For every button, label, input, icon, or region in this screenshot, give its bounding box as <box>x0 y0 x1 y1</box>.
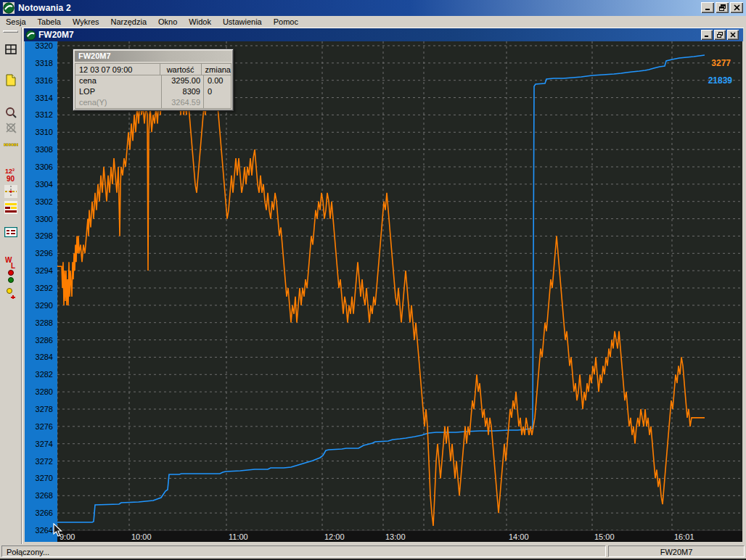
price-tick-label: 3274 <box>27 440 53 448</box>
info-panel: FW20M7 12 03 07 09:00 wartość zmiana cen… <box>73 49 234 111</box>
zoom-in-icon[interactable] <box>3 105 19 120</box>
measure-line-icon[interactable] <box>3 138 19 152</box>
tile-windows-icon[interactable] <box>3 42 19 57</box>
lop-line <box>57 55 705 522</box>
price-tick-label: 3318 <box>27 59 53 67</box>
price-tick-label: 3272 <box>27 457 53 466</box>
price-axis: 3320331833163314331233103308330633043302… <box>25 41 57 542</box>
new-chart-icon[interactable] <box>3 73 19 87</box>
info-row-lop-value: 8309 <box>161 86 203 97</box>
price-tick-label: 3286 <box>27 336 53 345</box>
price-tick-label: 3292 <box>27 284 53 292</box>
session-dots-icon[interactable] <box>3 270 19 284</box>
active-symbol-status: FW20M7 <box>608 545 745 557</box>
restore-button[interactable] <box>716 2 729 13</box>
menu-sesja[interactable]: Sesja <box>0 16 32 28</box>
app-globe-icon <box>3 2 15 14</box>
status-bar: Połączony... FW20M7 <box>0 544 746 559</box>
price-tick-label: 3288 <box>27 318 53 327</box>
info-col-change: zmiana <box>201 64 231 75</box>
toolbar-drag-handle[interactable] <box>3 30 18 33</box>
menu-pomoc[interactable]: Pomoc <box>268 16 304 28</box>
connection-status: Połączony... <box>1 545 606 557</box>
zoom-cancel-icon[interactable] <box>3 120 19 135</box>
last-price-label: 3277 <box>711 59 731 68</box>
menu-ustawienia[interactable]: Ustawienia <box>217 16 268 28</box>
price-tick-label: 3302 <box>27 197 53 206</box>
crosshair-icon[interactable] <box>3 184 19 199</box>
left-toolbar: 12³90 WL <box>0 28 22 544</box>
menu-tabela[interactable]: Tabela <box>32 16 67 28</box>
price-tick-label: 3320 <box>27 41 53 50</box>
info-timestamp: 12 03 07 09:00 <box>75 64 160 75</box>
info-row-lop-change: 0 <box>203 86 231 97</box>
info-row-cenay-label: cena(Y) <box>75 97 161 108</box>
last-lop-label: 21839 <box>708 76 732 86</box>
add-point-icon[interactable] <box>3 286 19 300</box>
chart-window-title: FW20M7 <box>38 30 74 40</box>
price-tick-label: 3304 <box>27 180 53 189</box>
minimize-button[interactable] <box>701 2 714 13</box>
price-tick-label: 3280 <box>27 387 53 396</box>
data-table-icon[interactable] <box>3 225 19 239</box>
child-minimize-button[interactable] <box>701 30 713 40</box>
price-tick-label: 3276 <box>27 422 53 431</box>
time-tick-label: 13:00 <box>385 532 406 541</box>
price-tick-label: 3282 <box>27 370 53 379</box>
info-row-cena-label: cena <box>75 75 161 86</box>
close-button[interactable] <box>730 2 743 13</box>
time-tick-label: 15:00 <box>594 532 615 541</box>
plot-area[interactable]: 9:0010:0011:0012:0013:0014:0015:0016:01 … <box>57 41 742 542</box>
price-tick-label: 3284 <box>27 353 53 361</box>
price-tick-label: 3312 <box>27 110 53 119</box>
watchlist-wl-icon[interactable]: WL <box>3 255 19 270</box>
menu-narzedzia[interactable]: Narzędzia <box>105 16 153 28</box>
info-row-lop-label: LOP <box>75 86 161 97</box>
chart-window-titlebar[interactable]: FW20M7 <box>24 28 743 41</box>
price-tick-label: 3270 <box>27 474 53 482</box>
child-restore-button[interactable] <box>714 30 726 40</box>
levels-icon[interactable] <box>3 200 19 215</box>
chart-window-icon <box>25 30 36 41</box>
main-titlebar[interactable]: Notowania 2 <box>0 0 746 16</box>
info-panel-titlebar[interactable]: FW20M7 <box>75 51 231 62</box>
price-tick-label: 3264 <box>27 526 53 535</box>
menu-wykres[interactable]: Wykres <box>67 16 105 28</box>
chart-canvas <box>57 41 742 530</box>
svg-text:90: 90 <box>7 175 15 183</box>
price-tick-label: 3314 <box>27 94 53 102</box>
menu-widok[interactable]: Widok <box>183 16 217 28</box>
price-tick-label: 3300 <box>27 215 53 223</box>
chart-area: 3320331833163314331233103308330633043302… <box>25 41 742 542</box>
price-tick-label: 3296 <box>27 249 53 258</box>
scale-digits-icon[interactable]: 12³90 <box>3 166 19 184</box>
child-close-button[interactable] <box>727 30 739 40</box>
price-tick-label: 3268 <box>27 491 53 500</box>
chart-window: FW20M7 332033183316331433123310330833063… <box>22 28 744 544</box>
price-tick-label: 3310 <box>27 128 53 136</box>
app-title: Notowania 2 <box>18 3 71 13</box>
price-tick-label: 3316 <box>27 76 53 85</box>
info-row-cena-value: 3295.00 <box>161 75 203 86</box>
time-axis: 9:0010:0011:0012:0013:0014:0015:0016:01 <box>57 530 742 542</box>
mouse-cursor <box>53 523 62 540</box>
price-tick-label: 3278 <box>27 405 53 413</box>
time-tick-label: 14:00 <box>509 532 529 541</box>
time-tick-label: 16:01 <box>674 532 694 541</box>
time-tick-label: 11:00 <box>229 532 248 541</box>
price-tick-label: 3266 <box>27 508 53 517</box>
price-tick-label: 3290 <box>27 301 53 310</box>
svg-text:L: L <box>11 262 15 269</box>
time-tick-label: 10:00 <box>131 532 152 541</box>
menu-bar: Sesja Tabela Wykres Narzędzia Okno Widok… <box>0 16 746 28</box>
price-tick-label: 3308 <box>27 145 53 154</box>
price-tick-label: 3306 <box>27 162 53 171</box>
info-row-cenay-change <box>203 97 231 108</box>
info-row-cena-change: 0.00 <box>203 75 231 86</box>
info-panel-table: 12 03 07 09:00 wartość zmiana cena 3295.… <box>75 63 231 109</box>
svg-text:12³: 12³ <box>5 168 15 175</box>
info-col-value: wartość <box>160 64 201 75</box>
app-window: Notowania 2 Sesja Tabela Wykres Narzędzi… <box>0 0 746 560</box>
info-row-cenay-value: 3264.59 <box>161 97 203 108</box>
menu-okno[interactable]: Okno <box>152 16 183 28</box>
